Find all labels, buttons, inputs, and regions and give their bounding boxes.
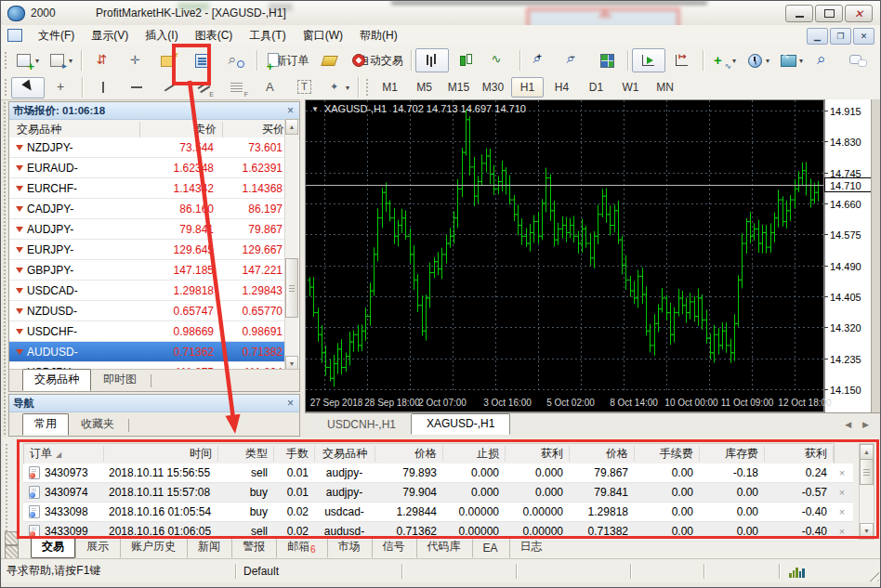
chart-shift-button[interactable] xyxy=(665,48,699,72)
periods-button[interactable]: ▾ xyxy=(741,48,774,72)
zoom-out-button[interactable] xyxy=(557,48,590,72)
tab-favorites[interactable]: 收藏夹 xyxy=(69,413,126,436)
scrollbar-thumb[interactable] xyxy=(860,459,874,485)
tab-tick-chart[interactable]: 即时图 xyxy=(91,369,149,391)
order-row-3430973[interactable]: 34309732018.10.11 15:56:55sell0.01audjpy… xyxy=(23,464,853,483)
chart-object-dropdown-icon[interactable]: ▼ xyxy=(311,105,319,113)
arrows-tool-button[interactable]: ▾ xyxy=(321,77,354,98)
terminal-column-header-11[interactable]: 获利 xyxy=(765,446,834,462)
autotrading-button[interactable]: 自动交易 xyxy=(346,48,406,72)
order-row-3433098[interactable]: 34330982018.10.16 01:05:54buy0.02usdcad-… xyxy=(23,503,853,522)
market-watch-row-GBPJPY[interactable]: GBPJPY-147.185147.221 xyxy=(9,260,287,281)
terminal-column-header-9[interactable]: 手续费 xyxy=(635,446,700,462)
timeframe-H1[interactable]: H1 xyxy=(511,77,544,98)
market-watch-row-AUDUSD[interactable]: AUDUSD-0.713620.71382 xyxy=(9,342,287,362)
close-order-icon[interactable]: × xyxy=(833,506,851,517)
scroll-up-icon[interactable]: ▲ xyxy=(285,119,298,135)
market-watch-row-NZDJPY[interactable]: NZDJPY-73.54473.601 xyxy=(9,137,287,158)
dock-grip[interactable] xyxy=(5,443,9,531)
menu-item-W[interactable]: 窗口(W) xyxy=(295,25,351,46)
new-chart-button[interactable]: ▾ xyxy=(10,48,44,72)
market-watch-row-EURCHF[interactable]: EURCHF-1.143421.14368 xyxy=(9,178,287,199)
order-row-3430974[interactable]: 34309742018.10.11 15:57:08buy0.01audjpy-… xyxy=(23,483,853,503)
terminal-column-header-2[interactable]: 类型 xyxy=(218,446,274,462)
mdi-minimize-button[interactable]: ▁ xyxy=(807,28,828,45)
profiles-button[interactable]: ▾ xyxy=(44,48,77,72)
close-order-icon[interactable]: × xyxy=(833,467,851,478)
timeframe-H4[interactable]: H4 xyxy=(546,77,578,98)
column-ask[interactable]: 买价 xyxy=(223,122,290,137)
market-watch-row-EURJPY[interactable]: EURJPY-129.645129.667 xyxy=(9,240,287,260)
tab-symbols[interactable]: 交易品种 xyxy=(22,369,91,391)
close-button[interactable]: ✕ xyxy=(845,5,873,22)
chart-plot-background[interactable] xyxy=(305,99,824,412)
zoom-in-button[interactable] xyxy=(523,48,557,72)
timeframe-M15[interactable]: M15 xyxy=(442,77,475,98)
cursor-tool-button[interactable] xyxy=(11,77,45,98)
horizontal-line-tool-button[interactable] xyxy=(120,77,153,98)
menu-item-H[interactable]: 帮助(H) xyxy=(351,25,406,46)
scrollbar-thumb[interactable] xyxy=(285,258,298,318)
resize-grip[interactable] xyxy=(865,568,879,581)
terminal-tab-市场[interactable]: 市场 xyxy=(327,536,372,558)
terminal-column-header-10[interactable]: 库存费 xyxy=(700,446,765,462)
chart-tab-usdcnh[interactable]: USDCNH-,H1 xyxy=(312,415,411,435)
terminal-toggle-button[interactable] xyxy=(186,48,219,72)
market-watch-scrollbar[interactable]: ▲ ▼ xyxy=(284,119,298,372)
chart-tab-xagusd[interactable]: XAGUSD-,H1 xyxy=(411,413,510,435)
strategy-tester-button[interactable] xyxy=(219,48,253,72)
docked-panel-icon[interactable] xyxy=(5,531,19,545)
channel-tool-button[interactable] xyxy=(187,77,220,98)
terminal-column-header-6[interactable]: 止损 xyxy=(443,446,506,462)
terminal-column-header-7[interactable]: 获利 xyxy=(506,446,570,462)
menu-item-I[interactable]: 插入(I) xyxy=(137,25,186,46)
trendline-tool-button[interactable] xyxy=(153,77,187,98)
mdi-close-button[interactable]: ✕ xyxy=(853,28,874,45)
search-button[interactable] xyxy=(808,48,841,72)
scroll-up-icon[interactable]: ▲ xyxy=(860,444,874,460)
terminal-tab-日志[interactable]: 日志 xyxy=(509,536,554,558)
close-order-icon[interactable]: × xyxy=(833,487,851,498)
metaeditor-button[interactable] xyxy=(312,48,346,72)
toolbar-grip[interactable] xyxy=(4,51,7,70)
data-window-button[interactable] xyxy=(119,48,152,72)
terminal-tab-EA[interactable]: EA xyxy=(472,539,509,558)
tab-scroll-left-icon[interactable]: ◀ xyxy=(845,420,851,429)
market-watch-row-NZDUSD[interactable]: NZDUSD-0.657470.65770 xyxy=(9,301,287,321)
navigator-header-bar[interactable]: 导航 × xyxy=(9,395,299,412)
status-profile[interactable]: Default xyxy=(238,565,400,578)
menu-item-C[interactable]: 图表(C) xyxy=(187,25,242,46)
market-watch-row-AUDJPY[interactable]: AUDJPY-79.84179.867 xyxy=(9,219,287,240)
auto-scroll-button[interactable] xyxy=(632,48,665,72)
timeframe-D1[interactable]: D1 xyxy=(580,77,612,98)
timeframe-M5[interactable]: M5 xyxy=(408,77,440,98)
market-watch-header-bar[interactable]: 市场报价: 01:06:18 × xyxy=(9,102,299,120)
market-watch-row-CADJPY[interactable]: CADJPY-86.16086.197 xyxy=(9,199,287,219)
toolbar-grip[interactable] xyxy=(4,78,8,97)
tile-windows-button[interactable] xyxy=(590,48,624,72)
terminal-tab-信号[interactable]: 信号 xyxy=(372,536,416,558)
terminal-tab-新闻[interactable]: 新闻 xyxy=(187,536,231,558)
terminal-tab-警报[interactable]: 警报 xyxy=(231,536,276,558)
terminal-column-header-0[interactable]: 订单◢ xyxy=(24,446,104,462)
timeframe-W1[interactable]: W1 xyxy=(614,77,647,98)
column-symbol[interactable]: 交易品种 xyxy=(9,122,140,137)
terminal-tab-展示[interactable]: 展示 xyxy=(75,536,120,558)
terminal-column-header-4[interactable]: 交易品种 xyxy=(315,446,375,462)
market-watch-toggle-button[interactable] xyxy=(85,48,119,72)
tab-scroll-right-icon[interactable]: ▶ xyxy=(862,420,869,429)
new-order-button[interactable]: 新订单 xyxy=(261,48,313,72)
chat-button[interactable] xyxy=(841,48,874,72)
terminal-column-header-8[interactable]: 价格 xyxy=(570,446,635,462)
market-watch-column-header[interactable]: 交易品种 卖价 买价 xyxy=(9,120,299,139)
text-tool-button[interactable] xyxy=(254,77,287,98)
market-watch-row-EURAUD[interactable]: EURAUD-1.623481.62391 xyxy=(9,158,287,178)
candlestick-mode-button[interactable] xyxy=(449,48,482,72)
menu-item-F[interactable]: 文件(F) xyxy=(30,25,83,46)
tab-common[interactable]: 常用 xyxy=(22,413,69,436)
toolbar-grip[interactable] xyxy=(365,78,370,97)
fibonacci-tool-button[interactable] xyxy=(220,77,254,98)
close-order-icon[interactable]: × xyxy=(833,526,851,537)
mdi-restore-button[interactable]: ❐ xyxy=(830,28,851,45)
market-watch-row-USDCHF[interactable]: USDCHF-0.986690.98691 xyxy=(9,321,287,342)
